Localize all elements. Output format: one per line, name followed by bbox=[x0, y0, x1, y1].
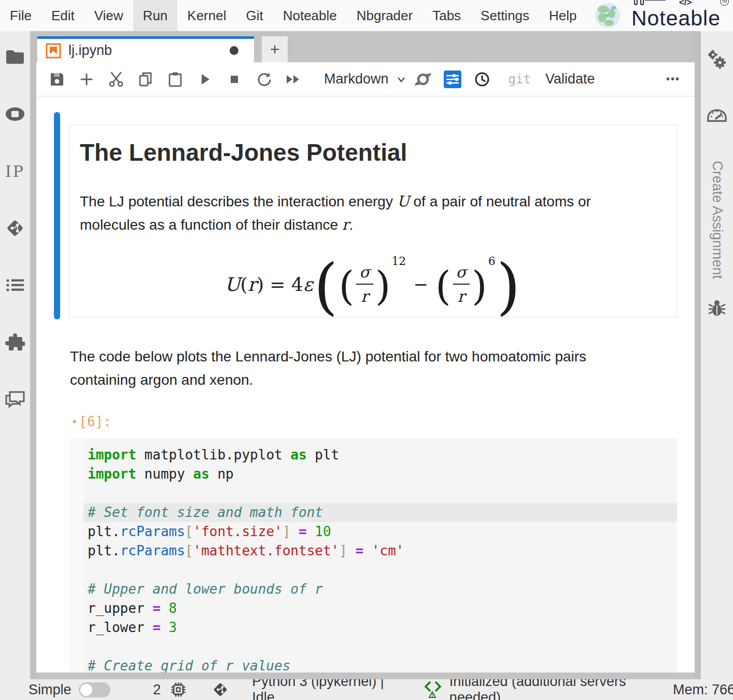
restart-kernel-button[interactable] bbox=[253, 68, 274, 91]
kernel-sessions-count[interactable]: 2 bbox=[153, 682, 161, 698]
menu-item-nbgrader[interactable]: Nbgrader bbox=[347, 0, 422, 31]
code-cell-editor[interactable]: import matplotlib.pyplot as pltimport nu… bbox=[69, 438, 677, 673]
markdown-h1-title: The Lennard-Jones Potential bbox=[80, 138, 666, 167]
running-kernels-icon bbox=[5, 106, 25, 122]
git-toolbar-label[interactable]: git bbox=[509, 72, 531, 87]
tab-bar: lj.ipynb + bbox=[36, 31, 695, 62]
table-of-contents-tab[interactable] bbox=[5, 275, 25, 296]
history-button[interactable] bbox=[472, 68, 492, 91]
menu-item-file[interactable]: File bbox=[0, 0, 41, 31]
kernel-sessions-indicator[interactable] bbox=[170, 681, 187, 698]
comments-tab[interactable] bbox=[5, 389, 25, 410]
folder-icon bbox=[5, 49, 25, 65]
running-kernels-tab[interactable] bbox=[5, 104, 25, 124]
new-tab-plus: + bbox=[270, 40, 280, 59]
create-assignment-tab[interactable]: Create Assignment bbox=[709, 161, 725, 283]
insert-cell-button[interactable] bbox=[76, 68, 97, 91]
equation-term-6: ( σr ) 6 bbox=[435, 263, 496, 305]
selected-cell-collapser[interactable] bbox=[54, 112, 60, 319]
main-panel: lj.ipynb + bbox=[36, 31, 695, 679]
run-cell-button[interactable] bbox=[194, 68, 215, 91]
equation-lhs: U(r) = 4ε bbox=[224, 274, 313, 295]
status-bar: Simple 2 Pytho bbox=[0, 679, 733, 700]
chat-icon bbox=[5, 390, 25, 408]
code-line: # Create grid of r values bbox=[83, 656, 677, 673]
markdown-cell-rendered-2[interactable]: The code below plots the Lennard-Jones (… bbox=[70, 345, 604, 391]
menu-item-run[interactable]: Run bbox=[133, 0, 178, 31]
menu-item-help[interactable]: Help bbox=[539, 0, 586, 31]
chevron-down-icon bbox=[395, 73, 407, 86]
new-tab-button[interactable]: + bbox=[262, 36, 288, 62]
sliders-icon bbox=[443, 70, 462, 89]
kernel-status[interactable]: Python 3 (ipykernel) | Idle bbox=[252, 679, 405, 700]
run-all-button[interactable] bbox=[283, 68, 304, 91]
menu-item-git[interactable]: Git bbox=[236, 0, 273, 31]
property-inspector-tab[interactable] bbox=[707, 49, 727, 70]
cut-cells-button[interactable] bbox=[106, 68, 126, 91]
ipython-console-tab[interactable]: IP bbox=[5, 161, 25, 181]
noteable-logo[interactable]: </> Noteable TM bbox=[631, 1, 721, 31]
logo-text: Noteable bbox=[631, 6, 721, 31]
run-icon bbox=[197, 72, 213, 87]
debugger-tab[interactable] bbox=[707, 298, 727, 318]
code-line bbox=[83, 637, 677, 656]
paste-cells-button[interactable] bbox=[165, 68, 186, 91]
math-var-U: U bbox=[397, 192, 410, 210]
code-glyph: </> bbox=[679, 0, 692, 8]
simple-mode-label: Simple bbox=[29, 682, 72, 698]
stop-icon bbox=[227, 72, 242, 87]
code-line: import numpy as np bbox=[83, 465, 677, 484]
git-panel-tab[interactable] bbox=[5, 218, 25, 239]
left-panel-divider[interactable] bbox=[30, 31, 36, 679]
menu-item-edit[interactable]: Edit bbox=[41, 0, 84, 31]
dashboard-tab[interactable] bbox=[707, 104, 727, 124]
toggle-knob bbox=[80, 684, 92, 696]
swirl-button[interactable] bbox=[413, 68, 433, 91]
menu-item-settings[interactable]: Settings bbox=[471, 0, 539, 31]
save-button[interactable] bbox=[47, 68, 67, 91]
cpu-chip-icon bbox=[170, 681, 187, 698]
menu-item-kernel[interactable]: Kernel bbox=[177, 0, 236, 31]
notebook-scroll-area: The Lennard-Jones Potential The LJ poten… bbox=[36, 96, 695, 673]
server-status-indicator[interactable] bbox=[424, 680, 444, 699]
add-cell-icon bbox=[79, 72, 94, 87]
math-var-r: r bbox=[342, 216, 349, 233]
horizontal-scrollbar-track[interactable] bbox=[36, 673, 695, 679]
code-line: # Set font size and math font bbox=[83, 503, 677, 522]
simple-mode-toggle[interactable] bbox=[79, 682, 111, 697]
save-icon bbox=[49, 72, 65, 87]
interrupt-kernel-button[interactable] bbox=[224, 68, 245, 91]
globe-logo-icon[interactable] bbox=[594, 2, 621, 29]
code-warning-icon bbox=[424, 680, 444, 699]
git-status-indicator[interactable] bbox=[212, 681, 229, 698]
git-diamond-icon bbox=[212, 681, 229, 698]
notebook-tab[interactable]: lj.ipynb bbox=[37, 36, 254, 62]
menu-item-view[interactable]: View bbox=[84, 0, 133, 31]
extensions-tab[interactable] bbox=[5, 332, 25, 353]
cell-type-dropdown[interactable]: Markdown bbox=[324, 71, 407, 87]
code-line: plt.rcParams['font.size'] = 10 bbox=[83, 522, 677, 541]
cell-tools-button[interactable] bbox=[442, 68, 463, 91]
paste-icon bbox=[167, 71, 184, 88]
menu-item-tabs[interactable]: Tabs bbox=[422, 0, 471, 31]
validate-button[interactable]: Validate bbox=[545, 71, 595, 87]
copy-cells-button[interactable] bbox=[135, 68, 156, 91]
restart-icon bbox=[256, 71, 272, 88]
unsaved-changes-indicator[interactable] bbox=[230, 46, 238, 55]
code-line: import matplotlib.pyplot as plt bbox=[83, 445, 677, 465]
execution-count: • [6]: bbox=[71, 414, 111, 429]
equation-term-12: ( σr ) 12 bbox=[339, 263, 406, 305]
latex-equation: U(r) = 4ε ( ( σr ) 12 − ( σr ) 6 bbox=[80, 248, 666, 317]
notebook-toolbar: Markdown bbox=[36, 62, 695, 96]
clock-icon bbox=[474, 71, 490, 88]
file-browser-tab[interactable] bbox=[5, 47, 25, 67]
trademark-badge: TM bbox=[720, 0, 729, 6]
memory-usage: Mem: 766 bbox=[673, 682, 733, 698]
menu-item-noteable[interactable]: Noteable bbox=[273, 0, 347, 31]
extensions-puzzle-icon bbox=[5, 332, 25, 352]
binder-rings-icon bbox=[633, 0, 675, 5]
copy-icon bbox=[137, 71, 154, 88]
markdown-cell-rendered[interactable]: The Lennard-Jones Potential The LJ poten… bbox=[69, 124, 677, 317]
more-commands-button[interactable]: ••• bbox=[666, 73, 680, 85]
right-panel-divider[interactable] bbox=[695, 31, 701, 679]
